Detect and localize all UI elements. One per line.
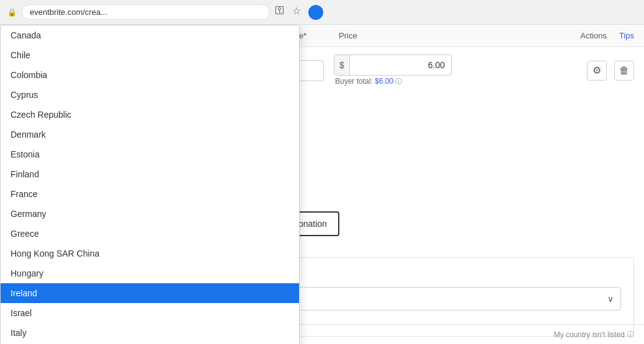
dropdown-item-greece[interactable]: Greece — [1, 224, 299, 244]
dropdown-item-chile[interactable]: Chile — [1, 45, 299, 65]
dropdown-item-ireland[interactable]: Ireland — [1, 283, 299, 303]
url-bar[interactable]: eventbrite.com/crea... — [22, 4, 270, 20]
buyer-total-amount: $6.00 — [375, 77, 393, 86]
th-tips: Tips — [619, 31, 634, 40]
country-not-listed-link[interactable]: My country isn't listed — [554, 330, 625, 339]
dropdown-item-estonia[interactable]: Estonia — [1, 144, 299, 164]
country-info-icon: ⓘ — [627, 330, 634, 339]
browser-toolbar: ⚿ ☆ — [275, 5, 323, 20]
dropdown-item-germany[interactable]: Germany — [1, 204, 299, 224]
price-input-wrapper: $ 6.00 — [334, 55, 452, 76]
settings-button[interactable]: ⚙ — [587, 61, 607, 81]
dropdown-item-finland[interactable]: Finland — [1, 164, 299, 184]
price-value: 6.00 — [350, 55, 451, 75]
price-symbol: $ — [334, 55, 350, 75]
dropdown-item-cyprus[interactable]: Cyprus — [1, 85, 299, 105]
dropdown-item-canada[interactable]: Canada — [1, 25, 299, 45]
dropdown-item-italy[interactable]: Italy — [1, 323, 299, 343]
action-icons: ⚙ 🗑 — [587, 61, 634, 81]
dropdown-item-denmark[interactable]: Denmark — [1, 125, 299, 144]
dropdown-item-israel[interactable]: Israel — [1, 303, 299, 323]
price-cell: $ 6.00 Buyer total: $6.00 ⓘ — [334, 55, 452, 86]
star-icon[interactable]: ☆ — [292, 5, 301, 20]
dropdown-item-czech-republic[interactable]: Czech Republic — [1, 105, 299, 125]
delete-button[interactable]: 🗑 — [614, 61, 634, 81]
dropdown-item-france[interactable]: France — [1, 184, 299, 204]
browser-chrome: 🔒 eventbrite.com/crea... ⚿ ☆ — [0, 0, 644, 25]
content-area: ⠿ Quantity available* Price Actions Tips… — [0, 25, 644, 344]
buyer-total: Buyer total: $6.00 ⓘ — [334, 77, 452, 86]
country-dropdown[interactable]: Canada Chile Colombia Cyprus Czech Repub… — [0, 25, 300, 344]
lock-icon: 🔒 — [7, 8, 17, 17]
th-price: Price — [339, 31, 463, 40]
profile-avatar[interactable] — [308, 5, 323, 20]
dropdown-item-hong-kong[interactable]: Hong Kong SAR China — [1, 244, 299, 263]
dropdown-item-colombia[interactable]: Colombia — [1, 65, 299, 85]
key-icon[interactable]: ⚿ — [275, 5, 285, 20]
buyer-total-info-icon: ⓘ — [395, 77, 402, 85]
th-actions: Actions — [463, 31, 619, 40]
dropdown-item-hungary[interactable]: Hungary — [1, 263, 299, 283]
